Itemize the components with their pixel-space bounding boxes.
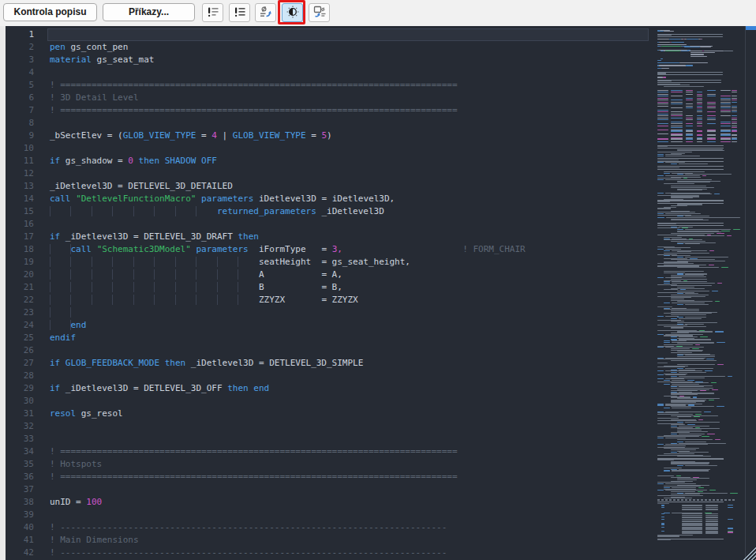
- line-number: 31: [6, 408, 47, 420]
- line-number: 14: [6, 193, 47, 205]
- code-line[interactable]: 20 A = A,: [6, 269, 649, 281]
- open-in-new-window-icon: [313, 6, 326, 21]
- line-number: 17: [6, 231, 47, 243]
- scrollbar-thumb[interactable]: [746, 26, 756, 30]
- gdl-editor-window: Kontrola popisu Příkazy...: [0, 0, 756, 560]
- line-number: 24: [6, 319, 47, 332]
- line-number: 36: [6, 471, 47, 483]
- check-script-button[interactable]: [202, 3, 223, 22]
- line-number: 18: [6, 243, 47, 256]
- code-line[interactable]: 38unID = 100: [6, 496, 649, 509]
- code-line[interactable]: 7! =====================================…: [6, 104, 649, 117]
- code-line[interactable]: 39: [6, 509, 649, 521]
- line-number: 6: [6, 92, 47, 104]
- check-all-scripts-button[interactable]: [229, 3, 250, 22]
- code-line[interactable]: 15 returned_parameters _iDetlevel3D: [6, 205, 649, 218]
- annotation-check-button[interactable]: Kontrola popisu: [3, 3, 97, 21]
- code-line[interactable]: 24 end: [6, 319, 649, 332]
- code-line[interactable]: 19 seatHeight = gs_seat_height,: [6, 256, 649, 269]
- line-number: 42: [6, 547, 47, 559]
- code-line[interactable]: 31resol gs_resol: [6, 408, 649, 420]
- line-number: 2: [6, 41, 47, 54]
- theme-contrast-icon: [286, 6, 299, 21]
- code-line[interactable]: 22 ZZYZX = ZZYZX: [6, 294, 649, 306]
- code-line[interactable]: 8: [6, 117, 649, 130]
- code-line[interactable]: 23: [6, 306, 649, 319]
- line-number: 39: [6, 509, 47, 521]
- line-number: 11: [6, 155, 47, 167]
- code-line[interactable]: 17if _iDetlevel3D = DETLEVEL_3D_DRAFT th…: [6, 231, 649, 243]
- check-all-scripts-icon: [234, 6, 246, 21]
- code-line[interactable]: 11if gs_shadow = 0 then SHADOW OFF: [6, 155, 649, 167]
- line-number: 13: [6, 180, 47, 193]
- line-number: 1: [6, 28, 47, 41]
- code-line[interactable]: 21 B = B,: [6, 281, 649, 294]
- line-number: 9: [6, 130, 47, 142]
- code-line[interactable]: 4: [6, 66, 649, 79]
- code-line[interactable]: 30: [6, 395, 649, 408]
- toolbar: Kontrola popisu Příkazy...: [0, 0, 756, 26]
- line-number: 41: [6, 534, 47, 547]
- line-number: 23: [6, 306, 47, 319]
- code-line[interactable]: 2pen gs_cont_pen: [6, 41, 649, 54]
- code-line[interactable]: 26: [6, 344, 649, 357]
- code-line[interactable]: 36! ====================================…: [6, 471, 649, 483]
- code-line[interactable]: 33: [6, 433, 649, 445]
- check-script-icon: [207, 6, 219, 21]
- line-number: 12: [6, 167, 47, 180]
- line-number: 15: [6, 205, 47, 218]
- code-line[interactable]: 1: [6, 28, 649, 41]
- code-line[interactable]: 42! ------------------------------------…: [6, 547, 649, 559]
- scrollbar[interactable]: [746, 26, 756, 560]
- code-line[interactable]: 40! ------------------------------------…: [6, 521, 649, 534]
- line-number: 4: [6, 66, 47, 79]
- code-line[interactable]: 27if GLOB_FEEDBACK_MODE then _iDetlevel3…: [6, 357, 649, 370]
- code-line[interactable]: 37: [6, 483, 649, 496]
- line-number: 19: [6, 256, 47, 269]
- code-line[interactable]: 14call "DetlevelFunctionMacro" parameter…: [6, 193, 649, 205]
- transfer-parameters-icon: [260, 6, 272, 21]
- line-number: 34: [6, 445, 47, 458]
- line-number: 26: [6, 344, 47, 357]
- code-area[interactable]: 12pen gs_cont_pen3material gs_seat_mat45…: [6, 28, 649, 559]
- code-line[interactable]: 16: [6, 218, 649, 231]
- line-number: 33: [6, 433, 47, 445]
- line-number: 30: [6, 395, 47, 408]
- line-number: 22: [6, 294, 47, 306]
- line-number: 28: [6, 370, 47, 382]
- code-line[interactable]: 34! ====================================…: [6, 445, 649, 458]
- code-line[interactable]: 18 call "Schematic3DModel" parameters iF…: [6, 243, 649, 256]
- open-in-new-window-button[interactable]: [309, 3, 330, 22]
- commands-button[interactable]: Příkazy...: [103, 3, 195, 21]
- code-line[interactable]: 5! =====================================…: [6, 79, 649, 92]
- code-line[interactable]: 9_bSectElev = (GLOB_VIEW_TYPE = 4 | GLOB…: [6, 130, 649, 142]
- code-line[interactable]: 32: [6, 420, 649, 433]
- code-line[interactable]: 28: [6, 370, 649, 382]
- line-number: 37: [6, 483, 47, 496]
- transfer-parameters-button[interactable]: [255, 3, 276, 22]
- line-number: 21: [6, 281, 47, 294]
- code-line[interactable]: 29if _iDetlevel3D = DETLEVEL_3D_OFF then…: [6, 382, 649, 395]
- line-number: 32: [6, 420, 47, 433]
- code-line[interactable]: 35! Hotspots: [6, 458, 649, 471]
- line-number: 5: [6, 79, 47, 92]
- minimap[interactable]: [652, 28, 746, 558]
- line-number: 29: [6, 382, 47, 395]
- code-editor[interactable]: 12pen gs_cont_pen3material gs_seat_mat45…: [0, 26, 756, 560]
- code-line[interactable]: 12: [6, 167, 649, 180]
- code-line[interactable]: 25endif: [6, 332, 649, 344]
- code-line[interactable]: 13_iDetlevel3D = DETLEVEL_3D_DETAILED: [6, 180, 649, 193]
- window-edge-strip: [0, 26, 6, 560]
- line-number: 27: [6, 357, 47, 370]
- theme-contrast-button[interactable]: [282, 3, 303, 22]
- line-number: 10: [6, 142, 47, 155]
- line-number: 35: [6, 458, 47, 471]
- code-line[interactable]: 10: [6, 142, 649, 155]
- code-line[interactable]: 41! Main Dimensions: [6, 534, 649, 547]
- code-line[interactable]: 3material gs_seat_mat: [6, 54, 649, 66]
- line-number: 20: [6, 269, 47, 281]
- code-line[interactable]: 6! 3D Detail Level: [6, 92, 649, 104]
- line-number: 7: [6, 104, 47, 117]
- line-number: 40: [6, 521, 47, 534]
- line-number: 16: [6, 218, 47, 231]
